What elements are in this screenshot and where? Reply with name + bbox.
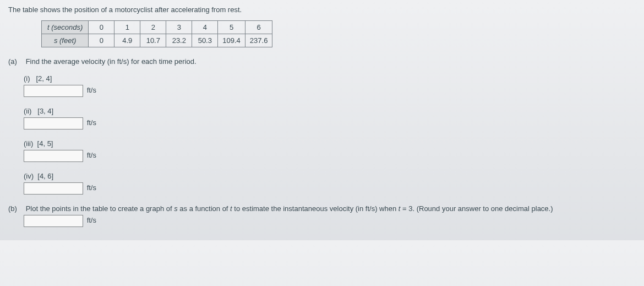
sub-roman: (ii) bbox=[24, 107, 31, 115]
sub-roman: (iii) bbox=[24, 139, 33, 148]
answer-input-iv[interactable] bbox=[24, 182, 83, 195]
table-cell: 6 bbox=[245, 21, 272, 34]
subpart-iii: (iii) [4, 5] ft/s bbox=[24, 139, 636, 162]
problem-intro: The table shows the position of a motorc… bbox=[8, 6, 636, 14]
unit-label: ft/s bbox=[87, 216, 96, 224]
part-a-label: (a) bbox=[8, 57, 24, 66]
table-cell: 23.2 bbox=[166, 34, 192, 47]
row-header-t: t (seconds) bbox=[42, 21, 89, 34]
table-row: t (seconds) 0 1 2 3 4 5 6 bbox=[42, 21, 272, 34]
table-cell: 4.9 bbox=[114, 34, 140, 47]
table-cell: 109.4 bbox=[218, 34, 245, 47]
part-a: (a) Find the average velocity (in ft/s) … bbox=[8, 57, 636, 195]
sub-roman: (i) bbox=[24, 74, 30, 83]
table-cell: 0 bbox=[89, 34, 114, 47]
unit-label: ft/s bbox=[87, 118, 96, 127]
answer-input-b[interactable] bbox=[24, 215, 83, 227]
part-b-label: (b) bbox=[8, 204, 24, 213]
subpart-ii: (ii) [3, 4] ft/s bbox=[24, 107, 636, 129]
part-b: (b) Plot the points in the table to crea… bbox=[8, 204, 636, 227]
answer-input-iii[interactable] bbox=[24, 150, 83, 162]
sub-interval: [2, 4] bbox=[36, 74, 52, 83]
sub-interval: [3, 4] bbox=[37, 107, 53, 115]
data-table: t (seconds) 0 1 2 3 4 5 6 s (feet) 0 4.9… bbox=[41, 20, 272, 47]
table-cell: 3 bbox=[166, 21, 192, 34]
sub-roman: (iv) bbox=[24, 172, 34, 180]
answer-input-ii[interactable] bbox=[24, 117, 83, 129]
table-cell: 4 bbox=[192, 21, 218, 34]
table-row: s (feet) 0 4.9 10.7 23.2 50.3 109.4 237.… bbox=[42, 34, 272, 47]
row-header-s: s (feet) bbox=[42, 34, 89, 47]
table-cell: 10.7 bbox=[140, 34, 166, 47]
sub-interval: [4, 5] bbox=[37, 139, 53, 148]
table-cell: 0 bbox=[89, 21, 114, 34]
part-a-text: Find the average velocity (in ft/s) for … bbox=[26, 57, 197, 66]
table-cell: 2 bbox=[140, 21, 166, 34]
table-cell: 237.6 bbox=[245, 34, 272, 47]
subpart-i: (i) [2, 4] ft/s bbox=[24, 74, 636, 97]
part-b-text: Plot the points in the table to create a… bbox=[26, 204, 553, 213]
unit-label: ft/s bbox=[87, 86, 96, 94]
sub-interval: [4, 6] bbox=[37, 172, 53, 180]
table-cell: 5 bbox=[218, 21, 245, 34]
answer-input-i[interactable] bbox=[24, 85, 83, 97]
subpart-iv: (iv) [4, 6] ft/s bbox=[24, 172, 636, 195]
table-cell: 50.3 bbox=[192, 34, 218, 47]
unit-label: ft/s bbox=[87, 151, 96, 159]
table-cell: 1 bbox=[114, 21, 140, 34]
unit-label: ft/s bbox=[87, 184, 96, 192]
